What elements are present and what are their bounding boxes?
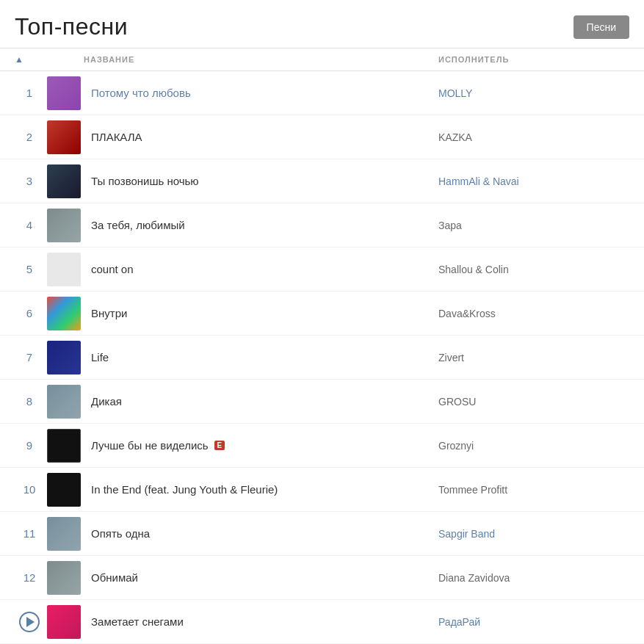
track-thumbnail (47, 253, 81, 286)
track-row[interactable]: 3Ты позвонишь ночьюHammAli & Navai (0, 159, 644, 203)
track-name[interactable]: За тебя, любимый (91, 219, 185, 231)
track-name-cell: In the End (feat. Jung Youth & Fleurie) (91, 483, 438, 496)
track-artist[interactable]: Zivert (438, 352, 629, 363)
track-thumbnail (47, 120, 81, 154)
track-name-cell: Ты позвонишь ночью (91, 175, 438, 187)
track-row[interactable]: 4За тебя, любимыйЗара (0, 203, 644, 247)
track-thumbnail (47, 209, 81, 242)
track-row[interactable]: 8ДикаяGROSU (0, 380, 644, 424)
rank-cell: 12 (15, 571, 44, 584)
track-name[interactable]: Ты позвонишь ночью (91, 175, 199, 187)
track-artist[interactable]: Shallou & Colin (438, 264, 629, 275)
explicit-badge: E (214, 441, 225, 450)
track-row[interactable]: 10In the End (feat. Jung Youth & Fleurie… (0, 468, 644, 512)
track-thumbnail (47, 164, 81, 198)
track-row[interactable]: 1Потому что любовьMOLLY (0, 71, 644, 115)
track-name-cell: За тебя, любимый (91, 219, 438, 231)
track-artist[interactable]: Tommee Profitt (438, 484, 629, 496)
play-icon[interactable] (19, 612, 40, 632)
rank-cell: 4 (15, 219, 44, 231)
name-column-header: НАЗВАНИЕ (44, 55, 438, 64)
track-thumbnail (47, 76, 81, 110)
rank-cell: 8 (15, 395, 44, 408)
track-name-cell: Заметает снегами (91, 615, 438, 628)
page-header: Топ-песни Песни (0, 0, 644, 48)
track-name[interactable]: Дикая (91, 395, 122, 408)
sort-arrow-icon: ▲ (15, 54, 23, 65)
rank-cell: 11 (15, 527, 44, 540)
track-name[interactable]: In the End (feat. Jung Youth & Fleurie) (91, 483, 278, 496)
rank-sort[interactable]: ▲ (15, 54, 44, 65)
track-name[interactable]: count on (91, 263, 134, 275)
track-name-cell: Лучше бы не виделисьE (91, 439, 438, 452)
rank-cell: 3 (15, 175, 44, 187)
play-triangle-icon (26, 617, 35, 627)
track-name-cell: Внутри (91, 307, 438, 319)
songs-button[interactable]: Песни (574, 15, 629, 39)
track-artist[interactable]: Dava&Kross (438, 308, 629, 319)
track-artist[interactable]: РадаРай (438, 616, 629, 628)
track-artist[interactable]: KAZKA (438, 131, 629, 143)
track-row[interactable]: 5count onShallou & Colin (0, 247, 644, 292)
track-thumbnail (47, 473, 81, 507)
track-artist[interactable]: Sapgir Band (438, 528, 629, 540)
artist-column-header: ИСПОЛНИТЕЛЬ (438, 55, 629, 64)
track-thumbnail (47, 385, 81, 419)
track-name[interactable]: Life (91, 351, 109, 363)
track-thumbnail (47, 561, 81, 595)
rank-cell: 2 (15, 131, 44, 143)
track-thumbnail (47, 605, 81, 639)
track-row[interactable]: 9Лучше бы не виделисьEGroznyi (0, 424, 644, 468)
track-name[interactable]: Потому что любовь (91, 87, 191, 99)
rank-cell: 6 (15, 307, 44, 319)
track-row[interactable]: 6ВнутриDava&Kross (0, 292, 644, 336)
track-artist[interactable]: GROSU (438, 396, 629, 408)
rank-cell: 7 (15, 351, 44, 363)
track-name-cell: count on (91, 263, 438, 275)
rank-cell: 5 (15, 263, 44, 275)
track-thumbnail (47, 297, 81, 330)
track-name-cell: Обнимай (91, 571, 438, 584)
track-name[interactable]: ПЛАКАЛА (91, 131, 142, 143)
track-artist[interactable]: Groznyi (438, 440, 629, 452)
track-artist[interactable]: Diana Zavidova (438, 572, 629, 584)
track-name[interactable]: Заметает снегами (91, 615, 184, 628)
track-row[interactable]: 7LifeZivert (0, 336, 644, 380)
track-name-cell: Life (91, 351, 438, 363)
tracks-list: 1Потому что любовьMOLLY2ПЛАКАЛАKAZKA3Ты … (0, 71, 644, 644)
table-header: ▲ НАЗВАНИЕ ИСПОЛНИТЕЛЬ (0, 48, 644, 71)
track-name-cell: Дикая (91, 395, 438, 408)
track-name[interactable]: Лучше бы не виделись (91, 439, 209, 452)
track-row[interactable]: 11Опять однаSapgir Band (0, 512, 644, 556)
rank-cell (15, 612, 44, 632)
track-thumbnail (47, 517, 81, 551)
track-artist[interactable]: MOLLY (438, 87, 629, 99)
track-name[interactable]: Обнимай (91, 571, 138, 584)
track-row[interactable]: 2ПЛАКАЛАKAZKA (0, 115, 644, 159)
track-row[interactable]: Заметает снегамиРадаРай (0, 600, 644, 644)
track-thumbnail (47, 341, 81, 375)
rank-cell: 10 (15, 483, 44, 496)
track-artist[interactable]: Зара (438, 220, 629, 231)
track-thumbnail (47, 429, 81, 463)
rank-cell: 1 (15, 87, 44, 99)
track-name-cell: ПЛАКАЛА (91, 131, 438, 143)
rank-cell: 9 (15, 439, 44, 452)
track-name-cell: Опять одна (91, 527, 438, 540)
track-name[interactable]: Опять одна (91, 527, 150, 540)
track-name[interactable]: Внутри (91, 307, 127, 319)
page-title: Топ-песни (15, 13, 128, 40)
track-name-cell: Потому что любовь (91, 87, 438, 99)
track-row[interactable]: 12ОбнимайDiana Zavidova (0, 556, 644, 600)
track-artist[interactable]: HammAli & Navai (438, 176, 629, 187)
